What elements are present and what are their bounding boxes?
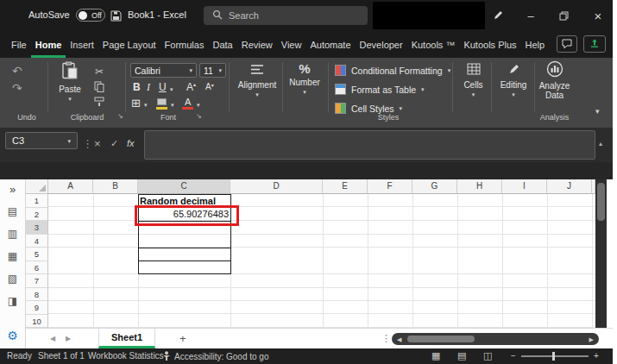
font-dialog-launcher-icon[interactable]: ↘ (196, 112, 202, 120)
vertical-scrollbar[interactable] (595, 179, 607, 328)
redo-icon[interactable]: ↷ (12, 82, 22, 94)
column-header-e[interactable]: E (323, 179, 368, 194)
row-header-10[interactable]: 10 (26, 315, 48, 329)
document-pane-icon[interactable]: ▥ (0, 229, 25, 239)
zoom-in-icon[interactable]: + (594, 351, 599, 361)
enter-check-icon[interactable]: ✓ (110, 139, 118, 148)
column-header-g[interactable]: G (412, 179, 457, 194)
page-layout-view-icon[interactable]: ▤ (457, 350, 466, 361)
workbook-pane-icon[interactable]: ▤ (0, 206, 25, 217)
name-box[interactable]: C3 ▾ (5, 132, 78, 149)
tab-page-layout[interactable]: Page Layout (98, 31, 161, 58)
name-box-resize-handle-icon[interactable]: ⋮ (82, 138, 93, 149)
chart-pane-icon[interactable]: ▧ (0, 273, 25, 284)
chevron-down-icon[interactable]: ▾ (170, 86, 173, 92)
row-header-9[interactable]: 9 (26, 301, 48, 315)
decrease-font-size-icon[interactable]: A▾ (205, 83, 214, 91)
cut-icon[interactable]: ✂ (95, 66, 104, 77)
scroll-left-icon[interactable]: ◀ (397, 336, 401, 342)
zoom-slider-knob[interactable] (552, 352, 555, 361)
tab-formulas[interactable]: Formulas (161, 31, 209, 58)
search-box[interactable]: Search (204, 6, 368, 25)
autosave-toggle[interactable]: Off (76, 9, 105, 22)
tab-kutools-plus[interactable]: Kutools Plus (459, 31, 520, 58)
save-icon[interactable] (110, 9, 122, 25)
accessibility-status[interactable]: Accessibility: Good to go (162, 351, 269, 362)
table-pane-icon[interactable]: ▦ (0, 251, 25, 261)
share-button[interactable] (583, 35, 606, 53)
fill-color-icon[interactable] (157, 98, 167, 105)
column-pane-icon[interactable]: ◨ (0, 296, 25, 306)
italic-button[interactable]: I (147, 82, 150, 92)
scroll-right-icon[interactable]: ▶ (589, 336, 594, 342)
horizontal-scrollbar[interactable]: ◀ ▶ (392, 333, 599, 345)
collapse-formula-bar-icon[interactable]: ▴ (599, 141, 602, 147)
undo-icon[interactable]: ↶ (12, 65, 22, 77)
row-header-7[interactable]: 7 (26, 274, 48, 288)
tab-review[interactable]: Review (237, 31, 277, 58)
insert-function-icon[interactable]: fx (127, 139, 135, 148)
borders-icon[interactable]: ⊞ (131, 97, 141, 109)
normal-view-icon[interactable]: ▦ (431, 350, 440, 361)
clipboard-dialog-launcher-icon[interactable]: ↘ (117, 112, 123, 120)
copy-icon[interactable] (94, 81, 104, 94)
number-button[interactable]: % Number ▾ (285, 61, 324, 95)
font-color-icon[interactable]: A (185, 97, 191, 107)
paste-button[interactable]: Paste ▾ (52, 61, 88, 102)
workbook-statistics[interactable]: Workbook Statistics (88, 351, 164, 361)
horizontal-scrollbar-thumb[interactable] (407, 336, 475, 342)
column-header-i[interactable]: I (502, 179, 547, 194)
tab-automate[interactable]: Automate (305, 31, 355, 58)
format-painter-icon[interactable] (94, 97, 104, 109)
tab-bar-more-icon[interactable]: ⋮ (381, 334, 391, 343)
select-all-corner[interactable] (26, 179, 48, 194)
cancel-icon[interactable]: × (94, 138, 101, 149)
row-header-5[interactable]: 5 (26, 248, 48, 261)
row-header-8[interactable]: 8 (26, 288, 48, 302)
tab-help[interactable]: Help (521, 31, 550, 58)
row-header-3[interactable]: 3 (26, 221, 48, 235)
column-header-f[interactable]: F (368, 179, 412, 194)
bold-button[interactable]: B (133, 82, 141, 92)
column-header-b[interactable]: B (93, 179, 138, 194)
settings-gear-icon[interactable]: ⚙ (0, 329, 25, 342)
underline-button[interactable]: U (159, 82, 167, 92)
close-button[interactable]: × (587, 0, 609, 31)
row-header-6[interactable]: 6 (26, 261, 48, 275)
zoom-out-icon[interactable]: − (511, 351, 516, 361)
expand-pane-icon[interactable]: » (0, 184, 25, 195)
font-size-combobox[interactable]: 11 ▾ (199, 63, 226, 78)
column-header-d[interactable]: D (230, 179, 323, 194)
formula-input[interactable] (144, 130, 595, 160)
sheet-tab-sheet1[interactable]: Sheet1 (98, 329, 155, 348)
chevron-down-icon[interactable]: ▾ (171, 102, 174, 108)
vertical-scrollbar-thumb[interactable] (597, 183, 605, 221)
tab-view[interactable]: View (277, 31, 306, 58)
collapse-ribbon-chevron-icon[interactable]: ▾ (595, 108, 600, 116)
editing-button[interactable]: Editing ▾ (494, 63, 533, 97)
restore-button[interactable] (552, 0, 575, 31)
next-sheet-icon[interactable]: ▶ (66, 336, 71, 342)
increase-font-size-icon[interactable]: A▴ (186, 82, 196, 92)
tab-insert[interactable]: Insert (66, 31, 98, 58)
conditional-formatting-button[interactable]: Conditional Formatting ▾ (335, 65, 450, 76)
tab-file[interactable]: File (7, 31, 31, 58)
minimize-button[interactable]: – (519, 0, 542, 31)
analyze-data-button[interactable]: Analyze Data (535, 60, 574, 100)
tab-developer[interactable]: Developer (356, 31, 407, 58)
font-name-combobox[interactable]: Calibri ▾ (130, 63, 197, 78)
row-header-2[interactable]: 2 (26, 208, 48, 222)
column-header-h[interactable]: H (457, 179, 502, 194)
alignment-button[interactable]: Alignment ▾ (235, 63, 280, 97)
comments-button[interactable] (557, 35, 577, 53)
cells-button[interactable]: Cells ▾ (456, 63, 491, 97)
chevron-down-icon[interactable]: ▾ (197, 102, 200, 108)
sheet-grid[interactable]: Random decimal 65.90276483 (48, 194, 595, 328)
zoom-slider-track[interactable] (521, 355, 589, 357)
previous-sheet-icon[interactable]: ◀ (50, 336, 55, 342)
row-header-1[interactable]: 1 (26, 194, 48, 208)
column-header-a[interactable]: A (48, 179, 93, 194)
add-sheet-icon[interactable]: + (179, 333, 186, 344)
tab-kutools[interactable]: Kutools ™ (407, 31, 460, 58)
format-as-table-button[interactable]: Format as Table ▾ (335, 84, 425, 95)
